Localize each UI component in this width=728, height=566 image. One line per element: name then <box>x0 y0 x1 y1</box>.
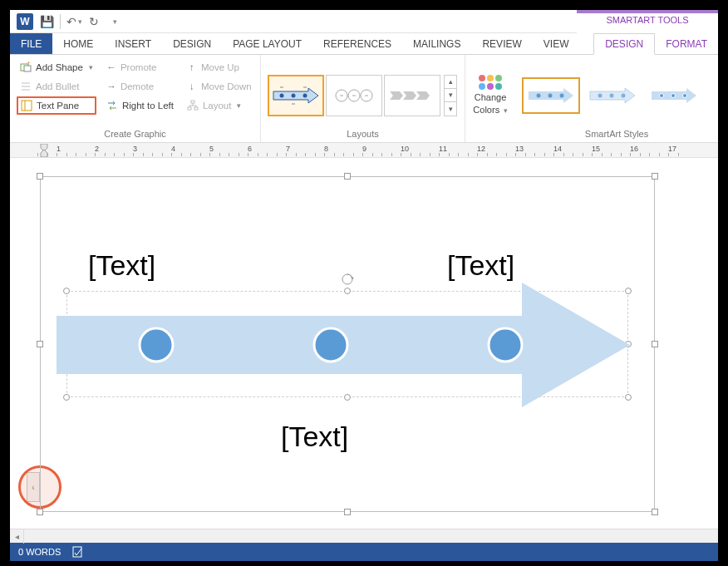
demote-label: Demote <box>121 81 154 91</box>
undo-icon[interactable]: ↶▾ <box>64 12 84 32</box>
promote-arrow-icon: ← <box>106 62 116 72</box>
ruler-tick: 6 <box>248 145 252 153</box>
horizontal-ruler[interactable]: 1234567891011121314151617 <box>10 143 718 158</box>
style-item-1[interactable] <box>522 77 580 114</box>
qat-separator <box>60 14 61 29</box>
svg-point-32 <box>537 93 541 97</box>
qat-customize-icon[interactable]: ▾ <box>104 12 124 32</box>
word-app-icon <box>17 13 33 30</box>
right-to-left-icon <box>106 100 118 111</box>
smartart-text-2[interactable]: [Text] <box>447 249 514 282</box>
group-create-graphic: + Add Shape ▾ Add Bullet <box>10 55 261 142</box>
svg-point-42 <box>683 93 687 97</box>
move-down-label: Move Down <box>201 81 252 91</box>
tab-page-layout[interactable]: PAGE LAYOUT <box>222 33 312 54</box>
tab-review[interactable]: REVIEW <box>471 33 532 54</box>
right-to-left-label: Right to Left <box>122 101 174 111</box>
layout-item-3[interactable] <box>384 75 440 116</box>
move-up-button: ↑ Move Up <box>184 58 255 76</box>
ruler-tick: 12 <box>477 145 485 153</box>
smartart-text-3[interactable]: [Text] <box>281 421 348 453</box>
tab-insert[interactable]: INSERT <box>104 33 162 54</box>
tab-smartart-format[interactable]: FORMAT <box>655 33 718 54</box>
tab-view[interactable]: VIEW <box>533 33 580 54</box>
ribbon: + Add Shape ▾ Add Bullet <box>10 55 718 143</box>
promote-label: Promote <box>121 62 156 72</box>
group-label-create-graphic: Create Graphic <box>10 129 260 142</box>
svg-point-41 <box>671 93 676 97</box>
ruler-tick: 4 <box>171 145 175 153</box>
svg-marker-30 <box>416 91 430 100</box>
scroll-left-icon[interactable]: ◂ <box>10 529 24 544</box>
indent-marker-icon[interactable] <box>38 144 50 157</box>
layout-gallery-spinner[interactable]: ▴ ▾ ▾ <box>444 75 457 116</box>
horizontal-scrollbar[interactable]: ◂ <box>10 529 718 543</box>
svg-rect-1 <box>24 66 31 71</box>
ruler-tick: 2 <box>95 145 99 153</box>
tab-design[interactable]: DESIGN <box>162 33 222 54</box>
tab-file[interactable]: FILE <box>10 33 52 54</box>
text-pane-label: Text Pane <box>37 101 79 111</box>
text-pane-button[interactable]: Text Pane <box>17 96 96 115</box>
text-pane-expand-tab[interactable]: ‹ <box>27 472 40 502</box>
change-colors-button[interactable]: Change Colors ▾ <box>467 57 514 129</box>
svg-marker-29 <box>403 91 416 100</box>
gallery-up-icon[interactable]: ▴ <box>445 76 456 89</box>
gallery-down-icon[interactable]: ▾ <box>445 89 456 102</box>
style-item-2[interactable] <box>583 77 642 114</box>
svg-point-40 <box>660 93 664 97</box>
text-pane-icon <box>21 100 32 111</box>
document-area[interactable]: ‹ <box>10 158 718 529</box>
svg-point-49 <box>314 328 347 362</box>
smartart-object[interactable]: [Text] [Text] [Text] <box>40 176 655 512</box>
svg-point-38 <box>622 93 626 97</box>
ruler-tick: 10 <box>401 145 409 153</box>
svg-rect-10 <box>194 107 198 110</box>
quick-access-title-bar: 💾 ↶▾ ↻ ▾ SMARTART TOOLS <box>10 10 718 33</box>
svg-text:+: + <box>27 62 31 66</box>
style-item-3[interactable] <box>645 77 703 114</box>
redo-icon[interactable]: ↻ <box>84 12 104 32</box>
ruler-tick: 3 <box>133 145 137 153</box>
spellcheck-icon[interactable] <box>72 546 84 558</box>
layout-label: Layout <box>203 101 232 111</box>
svg-point-33 <box>548 93 553 97</box>
group-change-colors: Change Colors ▾ <box>465 55 515 142</box>
add-bullet-icon <box>20 81 32 92</box>
tab-references[interactable]: REFERENCES <box>312 33 402 54</box>
tab-mailings[interactable]: MAILINGS <box>402 33 471 54</box>
styles-gallery <box>522 58 703 127</box>
svg-point-37 <box>610 93 614 97</box>
color-dots-icon <box>479 75 502 90</box>
tab-home[interactable]: HOME <box>52 33 104 54</box>
layout-button: Layout ▾ <box>184 96 255 115</box>
ruler-tick: 14 <box>553 145 562 153</box>
group-layouts: ▴ ▾ ▾ Layouts <box>261 55 465 142</box>
svg-marker-28 <box>390 91 403 100</box>
svg-point-18 <box>303 93 307 97</box>
svg-point-48 <box>140 328 173 362</box>
layout-item-2[interactable] <box>326 75 382 116</box>
group-smartart-styles: SmartArt Styles <box>515 55 718 142</box>
svg-point-36 <box>598 93 603 97</box>
ruler-tick: 8 <box>324 145 328 153</box>
ruler-tick: 16 <box>630 145 638 153</box>
ruler-tick: 1 <box>57 145 61 153</box>
move-up-arrow-icon: ↑ <box>187 62 197 72</box>
change-colors-label2: Colors <box>473 105 499 115</box>
layout-item-basic-timeline[interactable] <box>268 75 324 116</box>
svg-point-50 <box>489 328 522 362</box>
right-to-left-button[interactable]: Right to Left <box>103 96 177 115</box>
add-shape-button[interactable]: + Add Shape ▾ <box>17 58 96 76</box>
gallery-more-icon[interactable]: ▾ <box>445 102 456 115</box>
svg-point-16 <box>280 93 284 97</box>
tab-smartart-design[interactable]: DESIGN <box>593 33 655 55</box>
add-bullet-label: Add Bullet <box>36 81 79 91</box>
svg-rect-6 <box>22 101 32 111</box>
word-count-label[interactable]: 0 WORDS <box>18 547 61 557</box>
move-down-arrow-icon: ↓ <box>187 81 197 91</box>
move-down-button: ↓ Move Down <box>184 77 255 96</box>
smartart-text-1[interactable]: [Text] <box>88 249 155 282</box>
save-icon[interactable]: 💾 <box>37 12 57 32</box>
svg-point-17 <box>292 93 296 97</box>
